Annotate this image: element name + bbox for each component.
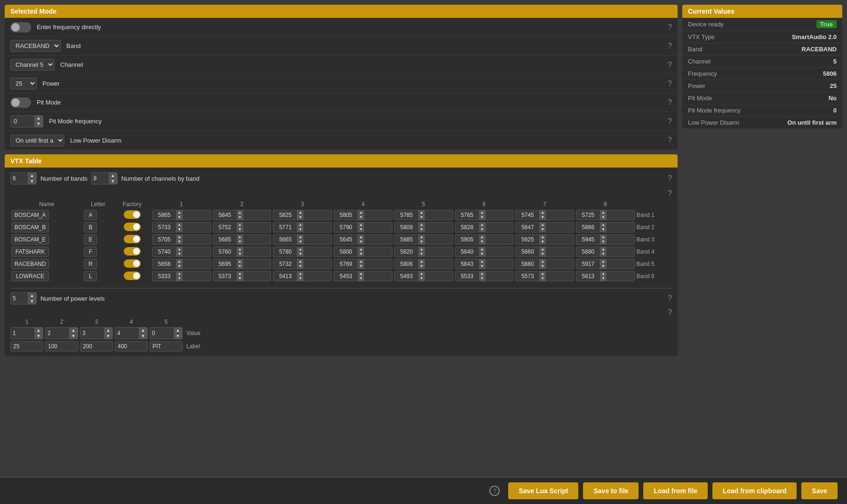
freq-spinner-3-2[interactable]: ▲▼ <box>273 247 332 257</box>
freq-spinner-2-1[interactable]: ▲▼ <box>213 234 272 245</box>
freq-down-4-1[interactable]: ▼ <box>237 264 243 269</box>
freq-input-3-0[interactable] <box>152 248 176 256</box>
freq-up-4-6[interactable]: ▲ <box>539 259 546 264</box>
num-power-up[interactable]: ▲ <box>28 293 36 298</box>
power-val-1-down[interactable]: ▼ <box>34 333 43 339</box>
power-val-3-up[interactable]: ▲ <box>104 328 112 333</box>
band-letter-input-3[interactable] <box>84 247 97 257</box>
factory-toggle-5[interactable] <box>124 272 141 280</box>
power-val-3-spinner[interactable]: ▲ ▼ <box>80 327 113 339</box>
freq-down-3-5[interactable]: ▼ <box>479 252 486 256</box>
freq-up-5-1[interactable]: ▲ <box>237 272 243 276</box>
freq-spinner-4-7[interactable]: ▲▼ <box>576 259 635 269</box>
freq-input-1-3[interactable] <box>334 223 358 232</box>
freq-input-2-5[interactable] <box>455 235 479 244</box>
band-name-input-3[interactable] <box>11 247 49 257</box>
freq-up-5-2[interactable]: ▲ <box>297 272 304 276</box>
power-val-5-spinner[interactable]: ▲ ▼ <box>150 327 183 339</box>
freq-spinner-3-3[interactable]: ▲▼ <box>334 247 392 257</box>
band-name-input-4[interactable] <box>11 259 49 269</box>
power-label-2-input[interactable] <box>45 341 78 352</box>
power-val-4-spinner[interactable]: ▲ ▼ <box>115 327 148 339</box>
freq-spinner-0-2[interactable]: ▲▼ <box>273 210 332 220</box>
pit-mode-freq-input[interactable] <box>11 116 34 126</box>
freq-input-2-6[interactable] <box>516 235 539 244</box>
num-channels-input[interactable] <box>92 174 109 183</box>
freq-spinner-0-3[interactable]: ▲▼ <box>334 210 392 220</box>
band-name-input-2[interactable] <box>11 234 49 245</box>
freq-input-0-7[interactable] <box>576 211 600 219</box>
power-val-1-spinner[interactable]: ▲ ▼ <box>10 327 43 339</box>
freq-down-1-2[interactable]: ▼ <box>297 227 304 232</box>
freq-up-0-3[interactable]: ▲ <box>358 210 364 215</box>
freq-down-2-6[interactable]: ▼ <box>539 240 546 244</box>
freq-input-0-3[interactable] <box>334 211 358 219</box>
freq-input-5-6[interactable] <box>516 272 539 280</box>
freq-input-1-6[interactable] <box>516 223 539 232</box>
band-letter-input-4[interactable] <box>84 259 97 269</box>
freq-up-4-1[interactable]: ▲ <box>237 259 243 264</box>
freq-up-0-6[interactable]: ▲ <box>539 210 546 215</box>
freq-down-2-2[interactable]: ▼ <box>297 240 304 244</box>
factory-toggle-4[interactable] <box>124 259 141 268</box>
freq-down-4-2[interactable]: ▼ <box>297 264 304 269</box>
freq-up-5-0[interactable]: ▲ <box>176 272 183 276</box>
num-bands-up[interactable]: ▲ <box>28 173 36 178</box>
freq-up-0-5[interactable]: ▲ <box>479 210 486 215</box>
freq-input-3-1[interactable] <box>213 248 237 256</box>
band-name-input-0[interactable] <box>11 210 49 220</box>
freq-spinner-1-6[interactable]: ▲▼ <box>515 222 574 232</box>
freq-spinner-4-3[interactable]: ▲▼ <box>334 259 392 269</box>
freq-input-2-3[interactable] <box>334 235 358 244</box>
freq-spinner-1-7[interactable]: ▲▼ <box>576 222 635 232</box>
freq-spinner-2-3[interactable]: ▲▼ <box>334 234 392 245</box>
pit-mode-toggle[interactable] <box>10 97 31 108</box>
freq-down-3-7[interactable]: ▼ <box>600 252 607 256</box>
power-val-5-down[interactable]: ▼ <box>174 333 182 339</box>
freq-up-1-4[interactable]: ▲ <box>418 223 425 227</box>
band-letter-input-2[interactable] <box>84 234 97 245</box>
freq-input-4-4[interactable] <box>395 260 418 268</box>
freq-spinner-1-1[interactable]: ▲▼ <box>213 222 272 232</box>
freq-spinner-3-7[interactable]: ▲▼ <box>576 247 635 257</box>
freq-spinner-5-4[interactable]: ▲▼ <box>394 271 453 281</box>
freq-up-2-4[interactable]: ▲ <box>418 235 425 240</box>
power-val-1-input[interactable] <box>11 329 34 337</box>
freq-down-1-7[interactable]: ▼ <box>600 227 607 232</box>
power-label-1-input[interactable] <box>10 341 43 352</box>
vtx-config-help-icon[interactable]: ? <box>668 174 672 183</box>
band-letter-input-5[interactable] <box>84 271 97 281</box>
band-name-input-1[interactable] <box>11 222 49 232</box>
freq-spinner-5-0[interactable]: ▲▼ <box>152 271 211 281</box>
power-help-icon[interactable]: ? <box>668 80 672 88</box>
power-val-2-down[interactable]: ▼ <box>69 333 78 339</box>
freq-up-2-2[interactable]: ▲ <box>297 235 304 240</box>
freq-down-3-6[interactable]: ▼ <box>539 252 546 256</box>
freq-spinner-4-6[interactable]: ▲▼ <box>515 259 574 269</box>
freq-input-5-3[interactable] <box>334 272 358 280</box>
freq-up-1-6[interactable]: ▲ <box>539 223 546 227</box>
freq-down-2-7[interactable]: ▼ <box>600 240 607 244</box>
freq-up-0-2[interactable]: ▲ <box>297 210 304 215</box>
freq-up-0-4[interactable]: ▲ <box>418 210 425 215</box>
freq-spinner-1-2[interactable]: ▲▼ <box>273 222 332 232</box>
freq-down-5-2[interactable]: ▼ <box>297 276 304 281</box>
power-val-1-up[interactable]: ▲ <box>34 328 43 333</box>
freq-down-5-3[interactable]: ▼ <box>358 276 364 281</box>
freq-up-5-5[interactable]: ▲ <box>479 272 486 276</box>
freq-down-5-6[interactable]: ▼ <box>539 276 546 281</box>
freq-input-5-0[interactable] <box>152 272 176 280</box>
freq-input-0-2[interactable] <box>273 211 297 219</box>
num-power-down[interactable]: ▼ <box>28 298 36 304</box>
band-letter-input-1[interactable] <box>84 222 97 232</box>
freq-up-5-3[interactable]: ▲ <box>358 272 364 276</box>
power-val-4-input[interactable] <box>115 329 139 337</box>
freq-down-0-1[interactable]: ▼ <box>237 215 243 220</box>
freq-spinner-4-0[interactable]: ▲▼ <box>152 259 211 269</box>
freq-down-3-2[interactable]: ▼ <box>297 252 304 256</box>
freq-up-4-7[interactable]: ▲ <box>600 259 607 264</box>
freq-down-0-5[interactable]: ▼ <box>479 215 486 220</box>
power-val-4-down[interactable]: ▼ <box>139 333 147 339</box>
freq-down-4-7[interactable]: ▼ <box>600 264 607 269</box>
freq-spinner-0-4[interactable]: ▲▼ <box>394 210 453 220</box>
